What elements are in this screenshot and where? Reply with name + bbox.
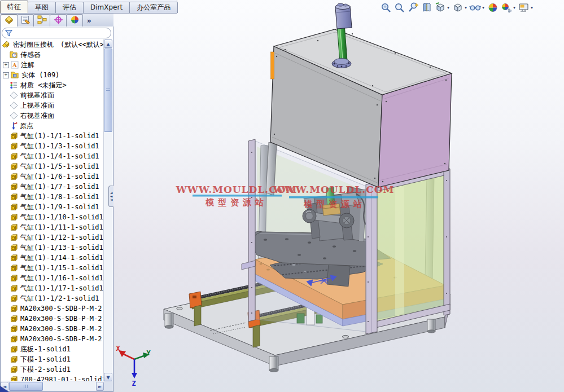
tree-item[interactable]: MA20x300-S-SDB-P-M-2 (0) bbox=[1, 334, 104, 344]
command-tab[interactable]: 草图 bbox=[28, 2, 56, 13]
tree-item-label: 气缸(1)-1/17-1-solid1 bbox=[20, 284, 103, 293]
solids-folder-icon bbox=[11, 71, 19, 79]
section-view-button[interactable] bbox=[420, 2, 433, 14]
zoom-to-fit-button[interactable] bbox=[379, 2, 392, 14]
tree-item[interactable]: 气缸(1)-1/16-1-solid1 bbox=[1, 273, 104, 283]
tree-item[interactable]: 气缸(1)-1/6-1-solid1 bbox=[1, 171, 104, 182]
tree-item[interactable]: 底板-1-solid1 bbox=[1, 344, 104, 354]
tree-item-label: 气缸(1)-1/6-1-solid1 bbox=[20, 172, 99, 182]
feature-tree: 密封圈压接机(默认<<默认>_传感器+A注解+实体 (109)材质 <未指定>前… bbox=[1, 39, 104, 381]
solid-icon bbox=[10, 355, 18, 364]
tree-item[interactable]: MA20x300-S-SDB-P-M-2 (0) bbox=[1, 303, 104, 314]
tree-item[interactable]: 气缸(1)-1/3-1-solid1 bbox=[1, 141, 104, 151]
tree-item[interactable]: 原点 bbox=[1, 121, 104, 131]
dimxpert-manager-tab[interactable] bbox=[50, 14, 67, 27]
tree-item[interactable]: 气缸(1)-1/9-1-solid1 bbox=[1, 202, 104, 212]
command-tab[interactable]: 办公室产品 bbox=[129, 2, 178, 13]
panel-splitter-handle[interactable]: ◄◄◄ bbox=[108, 186, 113, 207]
tree-item-label: 气缸(1)-1/1-1-solid1 bbox=[20, 131, 99, 141]
tree-item[interactable]: 气缸(1)-1/15-1-solid1 bbox=[1, 263, 104, 273]
tree-vertical-scrollbar[interactable]: ▲ ▼ bbox=[103, 39, 113, 381]
filter-input[interactable] bbox=[17, 29, 111, 37]
tree-item-label: 下模-1-solid1 bbox=[20, 355, 71, 364]
tree-item[interactable]: 前视基准面 bbox=[1, 90, 104, 100]
tree-item[interactable]: 气缸(1)-1/1-1-solid1 bbox=[1, 131, 104, 141]
tree-item[interactable]: 密封圈压接机(默认<<默认>_ bbox=[1, 39, 104, 50]
solid-icon bbox=[10, 325, 18, 333]
solid-icon bbox=[10, 162, 18, 171]
filter-funnel-icon bbox=[5, 29, 12, 37]
display-manager-icon bbox=[70, 15, 80, 26]
command-tab[interactable]: 评估 bbox=[55, 2, 84, 13]
configuration-manager-tab[interactable] bbox=[33, 14, 50, 27]
tree-item[interactable]: 材质 <未指定> bbox=[1, 80, 104, 90]
tree-filter[interactable] bbox=[2, 28, 111, 38]
tree-item[interactable]: 下模-1-solid1 bbox=[1, 354, 104, 364]
tree-horizontal-scrollbar[interactable]: ◄ ► bbox=[1, 381, 104, 391]
tree-item[interactable]: 气缸(1)-1/2-1-solid1 bbox=[1, 293, 104, 303]
tree-item[interactable]: 气缸(1)-1/13-1-solid1 bbox=[1, 243, 104, 253]
watermark-caption-1: 模型资源站 bbox=[205, 197, 268, 208]
display-style-button[interactable] bbox=[451, 2, 464, 14]
zoom-in-out-button[interactable] bbox=[406, 2, 419, 14]
tree-item[interactable]: +A注解 bbox=[1, 60, 104, 70]
horizontal-scroll-thumb[interactable] bbox=[9, 382, 43, 391]
tree-item[interactable]: 气缸(1)-1/14-1-solid1 bbox=[1, 253, 104, 263]
hide-show-items-button[interactable] bbox=[469, 2, 482, 14]
feature-manager-tab[interactable] bbox=[1, 14, 18, 27]
solid-icon bbox=[10, 335, 18, 343]
command-tab[interactable]: 特征 bbox=[0, 1, 28, 13]
expander-icon[interactable]: + bbox=[3, 72, 9, 78]
dropdown-caret[interactable]: ▾ bbox=[482, 5, 484, 10]
edit-appearance-button[interactable] bbox=[517, 2, 530, 14]
tree-item[interactable]: 传感器 bbox=[1, 50, 104, 60]
dropdown-caret[interactable]: ▾ bbox=[465, 5, 467, 10]
solid-icon bbox=[10, 203, 18, 212]
tree-item-label: MA20x300-S-SDB-P-M-2 (0) bbox=[20, 315, 104, 323]
solid-icon bbox=[10, 315, 18, 323]
tree-item[interactable]: 气缸(1)-1/12-1-solid1 bbox=[1, 232, 104, 243]
tree-item[interactable]: 气缸(1)-1/4-1-solid1 bbox=[1, 151, 104, 161]
vertical-scroll-thumb[interactable] bbox=[104, 49, 112, 132]
tree-item[interactable]: +实体 (109) bbox=[1, 70, 104, 80]
tree-item-label: MA20x300-S-SDB-P-M-2 (0) bbox=[20, 325, 104, 333]
scroll-down-button[interactable]: ▼ bbox=[104, 373, 112, 381]
solid-icon bbox=[10, 173, 18, 181]
solid-icon bbox=[10, 142, 18, 151]
tree-item[interactable]: 气缸(1)-1/17-1-solid1 bbox=[1, 283, 104, 293]
display-manager-tab[interactable] bbox=[66, 14, 83, 27]
tree-item-label: 气缸(1)-1/3-1-solid1 bbox=[20, 142, 99, 151]
tree-item[interactable]: MA20x300-S-SDB-P-M-2 (0) bbox=[1, 324, 104, 334]
svg-text:A: A bbox=[12, 62, 17, 68]
tree-item[interactable]: 气缸(1)-1/8-1-solid1 bbox=[1, 192, 104, 202]
tree-item-label: 气缸(1)-1/10-1-solid1 bbox=[20, 213, 103, 222]
tree-item-label: 材质 <未指定> bbox=[20, 81, 67, 90]
tree-item[interactable]: 气缸(1)-1/11-1-solid1 bbox=[1, 222, 104, 232]
dropdown-caret[interactable]: ▾ bbox=[513, 5, 515, 10]
scroll-up-button[interactable]: ▲ bbox=[104, 39, 112, 48]
dropdown-caret[interactable]: ▾ bbox=[447, 5, 449, 10]
tree-item[interactable]: 下模-2-solid1 bbox=[1, 364, 104, 375]
configuration-manager-icon bbox=[37, 15, 47, 26]
tree-item[interactable]: 上视基准面 bbox=[1, 100, 104, 111]
view-settings-button[interactable] bbox=[500, 2, 513, 14]
tree-item[interactable]: MA20x300-S-SDB-P-M-2 (0) bbox=[1, 314, 104, 324]
tree-item[interactable]: 气缸(1)-1/5-1-solid1 bbox=[1, 161, 104, 171]
window-resize-corner bbox=[0, 386, 9, 392]
solidworks-window: WWW.MOULDL.COM 模型资源站 WWW.MOULDL.COM 模型资源… bbox=[0, 0, 564, 392]
command-tab[interactable]: DimXpert bbox=[83, 2, 130, 13]
panel-tabs-overflow-button[interactable]: » bbox=[87, 17, 91, 25]
property-manager-tab[interactable] bbox=[17, 14, 34, 27]
watermark-url-2: WWW.MOULDL.COM bbox=[273, 184, 395, 195]
tree-item[interactable]: 气缸(1)-1/7-1-solid1 bbox=[1, 182, 104, 192]
view-orientation-button[interactable] bbox=[434, 2, 447, 14]
zoom-to-area-button[interactable] bbox=[393, 2, 406, 14]
tree-item[interactable]: 右视基准面 bbox=[1, 111, 104, 121]
apply-scene-button[interactable] bbox=[486, 2, 499, 14]
expander-icon[interactable]: + bbox=[3, 62, 9, 68]
tree-item[interactable]: 气缸(1)-1/10-1-solid1 bbox=[1, 212, 104, 222]
dimxpert-manager-icon bbox=[54, 15, 63, 26]
scroll-right-button[interactable]: ► bbox=[96, 382, 104, 391]
dropdown-caret[interactable]: ▾ bbox=[531, 5, 533, 10]
tree-item-label: 气缸(1)-1/7-1-solid1 bbox=[20, 182, 99, 192]
